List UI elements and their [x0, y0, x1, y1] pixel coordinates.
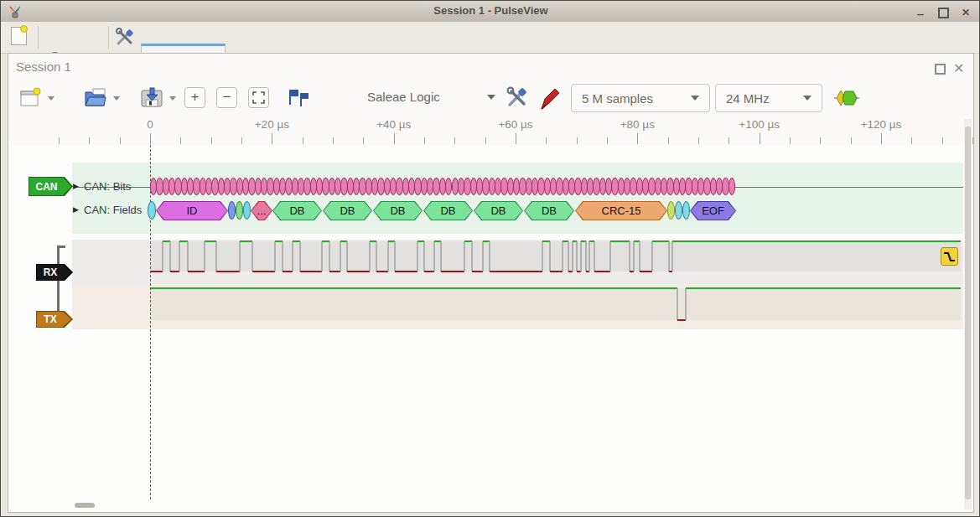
ruler-tick: [851, 137, 852, 144]
can-decoder-band[interactable]: [72, 163, 963, 234]
ruler-tick: [577, 137, 578, 144]
ruler-tick: [881, 133, 882, 144]
can-decoder-tag[interactable]: CAN: [29, 177, 73, 196]
can-field-label: DB: [524, 201, 574, 220]
ruler-tick: [942, 137, 943, 144]
can-field-annotation: [236, 201, 243, 220]
ruler-tick: [637, 133, 638, 144]
can-field-annotation: [675, 201, 682, 220]
ruler-tick-label: +60 µs: [482, 118, 549, 131]
can-field-label: DB: [423, 201, 473, 220]
time-zero-cursor[interactable]: [150, 145, 151, 499]
can-fields-row-label: CAN: Fields: [84, 204, 142, 216]
pulseview-window: Session 1 - PulseView – ✕ Run Session 1 …: [0, 0, 980, 517]
can-field-label: ID: [156, 201, 228, 220]
ruler-tick: [668, 137, 669, 144]
can-tag-label: CAN: [29, 177, 65, 196]
ruler-tick: [59, 137, 60, 144]
ruler-tick: [394, 133, 395, 144]
can-field-annotation: [228, 201, 236, 220]
ruler-tick: [180, 137, 181, 144]
ruler-tick: [150, 133, 151, 144]
ruler-tick: [790, 137, 791, 144]
tx-waveform: [72, 284, 963, 329]
timeline-ruler[interactable]: 0+20 µs+40 µs+60 µs+80 µs+100 µs+120 µs: [1, 1, 980, 147]
vertical-scrollbar-thumb[interactable]: [965, 127, 971, 499]
ruler-tick: [303, 137, 303, 144]
ruler-tick-label: +20 µs: [238, 118, 305, 131]
rx-waveform: [72, 240, 963, 284]
ruler-tick: [760, 133, 760, 144]
rx-channel-tag[interactable]: RX: [36, 264, 73, 281]
ruler-tick: [333, 137, 334, 144]
can-field-annotation: DB: [272, 201, 322, 220]
can-field-annotation: DB: [524, 201, 574, 220]
can-field-label: DB: [323, 201, 372, 220]
ruler-tick: [698, 137, 699, 144]
can-field-annotation: DB: [323, 201, 372, 220]
ruler-tick-label: 0: [117, 118, 184, 131]
can-field-annotation: DB: [423, 201, 473, 220]
tx-tag-label: TX: [36, 311, 65, 328]
can-fields-expander-icon[interactable]: ▶: [73, 205, 79, 214]
ruler-tick: [241, 137, 242, 144]
can-field-annotation: DB: [474, 201, 523, 220]
tx-channel-tag[interactable]: TX: [36, 311, 73, 328]
ruler-tick-label: +40 µs: [360, 118, 428, 131]
ruler-tick: [454, 137, 455, 144]
ruler-tick: [272, 133, 272, 144]
ruler-tick: [211, 137, 212, 144]
can-field-label: DB: [474, 201, 523, 220]
can-field-label: DB: [373, 201, 423, 220]
can-field-annotation: DB: [373, 201, 423, 220]
rx-trigger-marker[interactable]: [941, 247, 958, 266]
can-bits-expander-icon[interactable]: ▶: [73, 182, 79, 190]
ruler-tick: [363, 137, 364, 144]
ruler-tick: [120, 137, 121, 144]
can-field-annotation: ID: [156, 201, 228, 220]
rx-tag-label: RX: [36, 264, 65, 281]
ruler-tick: [516, 133, 516, 144]
ruler-tick: [729, 137, 729, 144]
can-field-annotation: EOF: [690, 201, 736, 220]
ruler-tick: [607, 137, 608, 144]
can-field-annotation: [682, 201, 690, 220]
ruler-tick-label: +100 µs: [726, 118, 793, 131]
can-bits-row-label: CAN: Bits: [84, 180, 131, 193]
can-field-annotation: [243, 201, 251, 220]
ruler-tick: [89, 137, 90, 144]
ruler-tick: [424, 137, 425, 144]
ruler-tick-label: +120 µs: [848, 118, 915, 131]
ruler-tick: [485, 137, 486, 144]
ruler-tick: [972, 137, 973, 144]
ruler-tick: [820, 137, 821, 144]
ruler-tick: [546, 137, 547, 144]
can-bit-annotation: [729, 178, 735, 195]
horizontal-scrollbar-thumb[interactable]: [75, 503, 95, 508]
can-field-label: CRC-15: [575, 201, 667, 220]
can-field-annotation: [148, 201, 156, 220]
ruler-tick: [911, 137, 912, 144]
can-field-label: EOF: [690, 201, 736, 220]
can-field-annotation: CRC-15: [575, 201, 667, 220]
can-field-annotation: [667, 201, 675, 220]
ruler-tick-label: +80 µs: [604, 118, 671, 131]
can-field-label: DB: [272, 201, 322, 220]
